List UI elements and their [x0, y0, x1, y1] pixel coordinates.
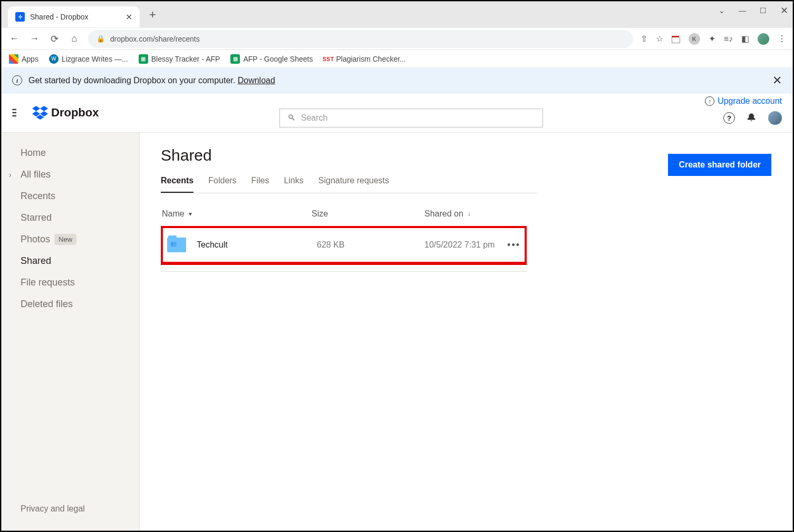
- banner-text: Get started by downloading Dropbox on yo…: [28, 76, 275, 85]
- extensions-icon[interactable]: ✦: [709, 34, 715, 44]
- browser-titlebar: ✧ Shared - Dropbox ✕ + ⌄ — ☐ ✕: [2, 2, 792, 28]
- side-panel-icon[interactable]: ◧: [741, 34, 749, 44]
- bookmark-afp[interactable]: ▦AFP - Google Sheets: [230, 54, 313, 64]
- brand-text: Dropbox: [51, 106, 99, 120]
- sidebar: Home ›All files Recents Starred PhotosNe…: [2, 133, 140, 530]
- dropbox-logo-icon: [32, 106, 48, 120]
- sidebar-item-file-requests[interactable]: File requests: [2, 272, 139, 293]
- column-shared-on[interactable]: Shared on↓: [424, 209, 536, 219]
- new-badge: New: [54, 234, 76, 245]
- row-divider: [161, 271, 527, 272]
- search-input[interactable]: 🔍︎ Search: [279, 109, 543, 127]
- column-name[interactable]: Name▾: [162, 209, 312, 219]
- reading-list-icon[interactable]: ≡♪: [724, 34, 733, 44]
- sst-icon: SST: [323, 54, 333, 64]
- search-icon: 🔍︎: [287, 113, 296, 123]
- shared-folder-icon: [167, 238, 186, 252]
- tab-recents[interactable]: Recents: [161, 176, 193, 193]
- sidebar-item-all-files[interactable]: ›All files: [2, 164, 139, 185]
- tab-links[interactable]: Links: [284, 176, 303, 193]
- download-banner: i Get started by downloading Dropbox on …: [2, 68, 792, 93]
- upgrade-account-link[interactable]: ↑ Upgrade account: [705, 96, 782, 106]
- tab-title: Shared - Dropbox: [30, 13, 120, 21]
- sidebar-item-home[interactable]: Home: [2, 142, 139, 164]
- home-icon[interactable]: ⌂: [68, 33, 81, 44]
- close-window-icon[interactable]: ✕: [780, 5, 788, 16]
- maximize-icon[interactable]: ☐: [760, 6, 767, 15]
- file-size: 628 KB: [317, 240, 424, 250]
- table-row[interactable]: Techcult 628 KB 10/5/2022 7:31 pm •••: [161, 226, 527, 265]
- minimize-icon[interactable]: —: [739, 6, 746, 15]
- bookmark-lizgrace[interactable]: WLizgrace Writes —...: [49, 54, 128, 64]
- dropbox-favicon-icon: ✧: [15, 12, 25, 22]
- bookmarks-bar: Apps WLizgrace Writes —... ▦Blessy Track…: [2, 50, 792, 68]
- banner-close-icon[interactable]: ✕: [772, 74, 782, 87]
- sheets-icon: ▦: [139, 54, 148, 64]
- star-icon[interactable]: ☆: [656, 34, 663, 44]
- sidebar-footer-link[interactable]: Privacy and legal: [2, 497, 139, 521]
- table-header: Name▾ Size Shared on↓: [161, 205, 537, 223]
- wordpress-icon: W: [49, 54, 59, 64]
- app-launcher-icon[interactable]: ▪▪▪▪▪▪▪▪▪: [12, 108, 23, 117]
- help-icon[interactable]: ?: [723, 112, 735, 124]
- column-size[interactable]: Size: [312, 209, 424, 219]
- tabs-chevron-icon[interactable]: ⌄: [719, 6, 725, 15]
- user-profile-icon[interactable]: K: [689, 33, 700, 45]
- sheets-icon: ▦: [230, 54, 240, 64]
- address-bar[interactable]: 🔒 dropbox.com/share/recents: [88, 30, 633, 48]
- dropbox-logo[interactable]: Dropbox: [32, 106, 99, 120]
- reload-icon[interactable]: ⟳: [48, 33, 61, 45]
- content-area: Shared Create shared folder Recents Fold…: [140, 133, 792, 530]
- upgrade-icon: ↑: [705, 96, 714, 106]
- sidebar-item-deleted-files[interactable]: Deleted files: [2, 293, 139, 315]
- chevron-right-icon: ›: [9, 171, 12, 179]
- info-icon: i: [12, 75, 22, 85]
- apps-grid-icon: [9, 54, 18, 64]
- tab-files[interactable]: Files: [251, 176, 269, 193]
- chrome-menu-icon[interactable]: ⋮: [778, 34, 786, 44]
- file-name: Techcult: [197, 240, 317, 250]
- profile-avatar-icon[interactable]: [758, 33, 769, 45]
- sidebar-item-starred[interactable]: Starred: [2, 207, 139, 229]
- download-link[interactable]: Download: [238, 76, 275, 85]
- new-tab-button[interactable]: +: [149, 8, 156, 22]
- sidebar-item-shared[interactable]: Shared: [2, 250, 139, 272]
- browser-tab[interactable]: ✧ Shared - Dropbox ✕: [8, 6, 140, 27]
- tab-folders[interactable]: Folders: [208, 176, 236, 193]
- forward-icon[interactable]: →: [28, 33, 41, 44]
- sidebar-item-recents[interactable]: Recents: [2, 185, 139, 207]
- user-avatar[interactable]: [768, 111, 782, 125]
- tab-signature-requests[interactable]: Signature requests: [318, 176, 389, 193]
- lock-icon: 🔒: [96, 35, 105, 43]
- back-icon[interactable]: ←: [8, 33, 21, 44]
- app-header: ▪▪▪▪▪▪▪▪▪ Dropbox ↑ Upgrade account 🔍︎ S…: [2, 93, 792, 133]
- close-tab-icon[interactable]: ✕: [125, 12, 132, 22]
- share-icon[interactable]: ⇧: [641, 34, 647, 44]
- browser-toolbar: ← → ⟳ ⌂ 🔒 dropbox.com/share/recents ⇧ ☆ …: [2, 28, 792, 50]
- sidebar-item-photos[interactable]: PhotosNew: [2, 229, 139, 250]
- sort-down-icon: ↓: [468, 210, 471, 218]
- sort-down-icon: ▾: [189, 210, 192, 218]
- mcafee-extension-icon[interactable]: [672, 35, 680, 43]
- notifications-icon[interactable]: 🔔︎: [747, 112, 757, 124]
- row-actions-icon[interactable]: •••: [507, 240, 520, 251]
- file-shared-on: 10/5/2022 7:31 pm: [424, 240, 507, 250]
- bookmark-plagiarism[interactable]: SSTPlagiarism Checker...: [323, 54, 405, 64]
- bookmark-apps[interactable]: Apps: [9, 54, 38, 64]
- bookmark-blessy[interactable]: ▦Blessy Tracker - AFP: [139, 54, 220, 64]
- tabs: Recents Folders Files Links Signature re…: [161, 176, 537, 193]
- create-shared-folder-button[interactable]: Create shared folder: [668, 154, 771, 176]
- url-text: dropbox.com/share/recents: [110, 35, 200, 43]
